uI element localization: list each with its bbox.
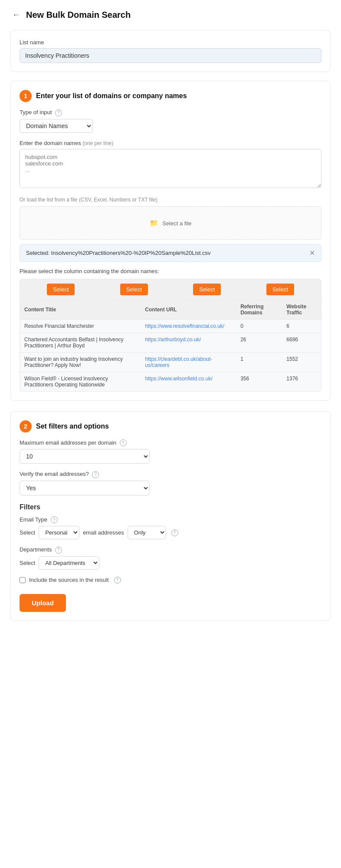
table-row: Chartered Accountants Belfast | Insolven… — [20, 333, 321, 352]
departments-group: Departments ? Select All Departments Exe… — [20, 546, 321, 570]
input-type-help-icon[interactable]: ? — [55, 109, 62, 116]
list-name-section: List name — [10, 30, 331, 72]
email-addresses-text: email addresses — [83, 529, 124, 536]
email-type-group: Email Type ? Select Personal Generic All… — [20, 516, 321, 540]
step1-title: Enter your list of domains or company na… — [36, 92, 187, 100]
col-header-referring: Referring Domains — [236, 300, 282, 320]
cell-title: Resolve Financial Manchester — [20, 319, 141, 333]
page-title: New Bulk Domain Search — [26, 10, 131, 20]
list-name-input[interactable] — [20, 48, 321, 63]
page-header: ← New Bulk Domain Search — [10, 9, 331, 21]
cell-title: Wilson Field® - Licensed Insolvency Prac… — [20, 372, 141, 391]
step1-header: 1 Enter your list of domains or company … — [20, 90, 321, 102]
verify-email-group: Verify the email addresses? ? Yes No — [20, 471, 321, 495]
cell-url: https://www.wilsonfield.co.uk/ — [141, 372, 236, 391]
step2-badge: 2 — [20, 420, 32, 432]
input-type-select[interactable]: Domain Names Company Names — [20, 119, 93, 133]
dept-select-label: Select — [20, 560, 35, 566]
input-type-group: Type of input ? Domain Names Company Nam… — [20, 109, 321, 133]
upload-button[interactable]: Upload — [20, 594, 66, 612]
step1-section: 1 Enter your list of domains or company … — [10, 81, 331, 401]
column-data-table: Content Title Content URL Referring Doma… — [20, 300, 321, 391]
cell-traffic: 6686 — [282, 333, 321, 352]
selected-file-bar: Selected: Insolvency%20Practitioners%20-… — [20, 244, 321, 262]
col-select-btn-2[interactable]: Select — [120, 284, 148, 295]
cell-referring: 0 — [236, 319, 282, 333]
departments-select[interactable]: All Departments Executive IT Marketing S… — [39, 556, 99, 570]
table-row: Wilson Field® - Licensed Insolvency Prac… — [20, 372, 321, 391]
col-header-traffic: Website Traffic — [282, 300, 321, 320]
step2-header: 2 Set filters and options — [20, 420, 321, 432]
cell-traffic: 1376 — [282, 372, 321, 391]
cell-url: https://cleardebt.co.uk/about-us/careers — [141, 352, 236, 372]
departments-help-icon[interactable]: ? — [55, 547, 62, 554]
filters-title: Filters — [20, 503, 321, 511]
folder-icon: 📁 — [150, 219, 158, 227]
include-sources-row: Include the sources in the result ? — [20, 577, 321, 584]
max-emails-label: Maximum email addresses per domain ? — [20, 439, 321, 447]
selected-file-text: Selected: Insolvency%20Practitioners%20-… — [26, 250, 211, 256]
verify-email-label: Verify the email addresses? ? — [20, 471, 321, 478]
input-type-label: Type of input ? — [20, 109, 321, 116]
cell-referring: 1 — [236, 352, 282, 372]
email-type-only-select[interactable]: Only Exclude — [128, 526, 166, 539]
col-select-btn-4[interactable]: Select — [266, 284, 294, 295]
email-type-type-select[interactable]: Personal Generic All — [39, 526, 79, 539]
back-button[interactable]: ← — [10, 9, 22, 21]
email-type-row-help-icon[interactable]: ? — [171, 529, 178, 536]
file-drop-text: Select a file — [162, 220, 191, 227]
email-type-select-label: Select — [20, 529, 35, 536]
cell-title: Chartered Accountants Belfast | Insolven… — [20, 333, 141, 352]
verify-email-select[interactable]: Yes No — [20, 481, 150, 495]
col-header-title: Content Title — [20, 300, 141, 320]
col-header-url: Content URL — [141, 300, 236, 320]
table-row: Resolve Financial Manchester https://www… — [20, 319, 321, 333]
cell-traffic: 1552 — [282, 352, 321, 372]
departments-label: Departments ? — [20, 546, 321, 554]
cell-title: Want to join an industry leading Insolve… — [20, 352, 141, 372]
email-type-row: Select Personal Generic All email addres… — [20, 526, 321, 539]
list-name-label: List name — [20, 39, 321, 46]
max-emails-help-icon[interactable]: ? — [120, 439, 127, 446]
column-select-label: Please select the column containing the … — [20, 268, 321, 274]
include-sources-checkbox[interactable] — [20, 577, 26, 583]
or-load-label: Or load the list from a file (CSV, Excel… — [20, 196, 321, 203]
departments-row: Select All Departments Executive IT Mark… — [20, 556, 321, 570]
cell-url: https://arthurboyd.co.uk/ — [141, 333, 236, 352]
max-emails-select[interactable]: 5 10 20 50 100 — [20, 449, 150, 464]
step2-section: 2 Set filters and options Maximum email … — [10, 411, 331, 621]
cell-referring: 356 — [236, 372, 282, 391]
close-file-icon[interactable]: ✕ — [309, 249, 315, 257]
include-sources-label: Include the sources in the result — [29, 577, 109, 583]
column-select-table: Select Select Select Select Content Titl… — [20, 279, 321, 392]
domain-names-label: Enter the domain names (one per line) — [20, 140, 321, 146]
col-select-btn-3[interactable]: Select — [193, 284, 221, 295]
step1-badge: 1 — [20, 90, 32, 102]
cell-url: https://www.resolvefinancial.co.uk/ — [141, 319, 236, 333]
max-emails-group: Maximum email addresses per domain ? 5 1… — [20, 439, 321, 464]
cell-referring: 26 — [236, 333, 282, 352]
file-drop-zone[interactable]: 📁 Select a file — [20, 206, 321, 240]
verify-email-help-icon[interactable]: ? — [92, 471, 99, 478]
email-type-label: Email Type ? — [20, 516, 321, 524]
table-row: Want to join an industry leading Insolve… — [20, 352, 321, 372]
cell-traffic: 6 — [282, 319, 321, 333]
include-sources-help-icon[interactable]: ? — [114, 577, 121, 584]
select-buttons-row: Select Select Select Select — [20, 279, 321, 300]
col-select-btn-1[interactable]: Select — [47, 284, 75, 295]
domain-names-group: Enter the domain names (one per line) — [20, 140, 321, 189]
email-type-help-icon[interactable]: ? — [51, 516, 58, 523]
step2-title: Set filters and options — [36, 422, 109, 430]
domain-names-textarea[interactable] — [20, 149, 321, 188]
